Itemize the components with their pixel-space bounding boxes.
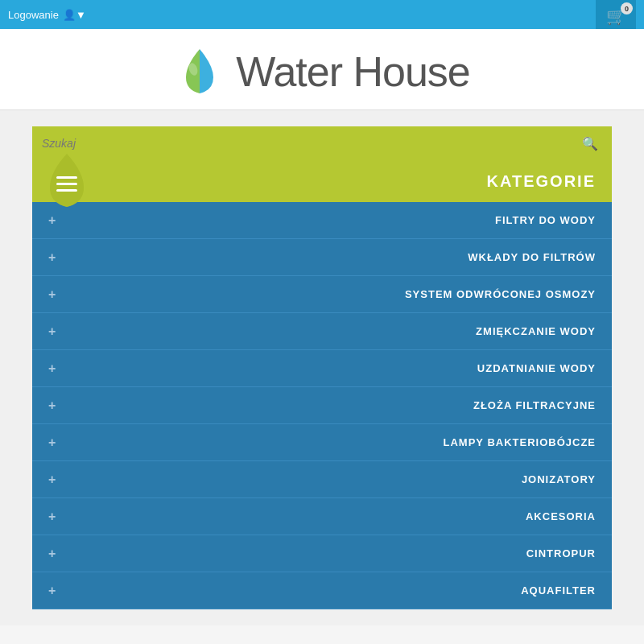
main-content: 🔍 KATEGORIE + <box>0 110 644 625</box>
category-item[interactable]: + AQUAFILTER <box>32 572 612 609</box>
category-expand-icon: + <box>48 547 56 561</box>
category-label: JONIZATORY <box>522 473 596 485</box>
search-icon: 🔍 <box>582 137 598 151</box>
person-icon: 👤▼ <box>63 9 86 21</box>
category-item[interactable]: + CINTROPUR <box>32 535 612 572</box>
category-header: KATEGORIE <box>32 160 612 202</box>
category-item[interactable]: + WKŁADY DO FILTRÓW <box>32 239 612 276</box>
categories-title: KATEGORIE <box>487 172 596 191</box>
category-expand-icon: + <box>48 250 56 265</box>
search-input[interactable] <box>42 137 578 150</box>
categories-container: KATEGORIE + FILTRY DO WODY + WKŁADY DO F… <box>32 160 612 609</box>
header: Water House <box>0 29 644 110</box>
category-label: FILTRY DO WODY <box>495 214 596 226</box>
top-bar: Logowanie 👤▼ 0 🛒 <box>0 0 644 29</box>
category-expand-icon: + <box>48 473 56 487</box>
category-item[interactable]: + FILTRY DO WODY <box>32 202 612 239</box>
category-label: LAMPY BAKTERIOBÓJCZE <box>444 436 597 448</box>
category-item[interactable]: + UZDATNIANIE WODY <box>32 350 612 387</box>
category-label: WKŁADY DO FILTRÓW <box>468 251 596 263</box>
cart-badge: 0 <box>621 2 633 14</box>
search-bar: 🔍 <box>32 126 612 160</box>
category-label: ZMIĘKCZANIE WODY <box>476 325 596 337</box>
category-list: + FILTRY DO WODY + WKŁADY DO FILTRÓW + S… <box>32 202 612 609</box>
category-expand-icon: + <box>48 213 56 228</box>
svg-rect-3 <box>56 189 77 192</box>
category-label: SYSTEM ODWRÓCONEJ OSMOZY <box>405 288 596 300</box>
category-label: ZŁOŻA FILTRACYJNE <box>473 399 596 411</box>
category-expand-icon: + <box>48 287 56 302</box>
category-item[interactable]: + SYSTEM ODWRÓCONEJ OSMOZY <box>32 276 612 313</box>
category-label: AQUAFILTER <box>521 584 596 597</box>
category-item[interactable]: + ZŁOŻA FILTRACYJNE <box>32 387 612 424</box>
category-expand-icon: + <box>48 324 56 339</box>
logo-text: Water House <box>236 47 470 96</box>
category-item[interactable]: + LAMPY BAKTERIOBÓJCZE <box>32 424 612 461</box>
category-label: AKCESORIA <box>526 510 596 522</box>
category-item[interactable]: + ZMIĘKCZANIE WODY <box>32 313 612 350</box>
menu-icon-drop[interactable] <box>32 152 101 210</box>
login-button[interactable]: Logowanie 👤▼ <box>8 9 86 21</box>
svg-rect-1 <box>56 176 77 179</box>
category-label: UZDATNIANIE WODY <box>477 362 596 374</box>
category-expand-icon: + <box>48 436 56 450</box>
category-item[interactable]: + JONIZATORY <box>32 461 612 498</box>
svg-rect-2 <box>56 183 77 185</box>
category-expand-icon: + <box>48 361 56 376</box>
logo-container: Water House <box>174 45 470 97</box>
category-expand-icon: + <box>48 584 56 598</box>
category-expand-icon: + <box>48 398 56 413</box>
search-button[interactable]: 🔍 <box>578 132 602 155</box>
logo-icon <box>174 45 226 97</box>
category-label: CINTROPUR <box>526 547 596 559</box>
cart-button[interactable]: 0 🛒 <box>596 0 636 29</box>
category-expand-icon: + <box>48 510 56 524</box>
category-item[interactable]: + AKCESORIA <box>32 498 612 535</box>
login-label: Logowanie <box>8 9 59 21</box>
